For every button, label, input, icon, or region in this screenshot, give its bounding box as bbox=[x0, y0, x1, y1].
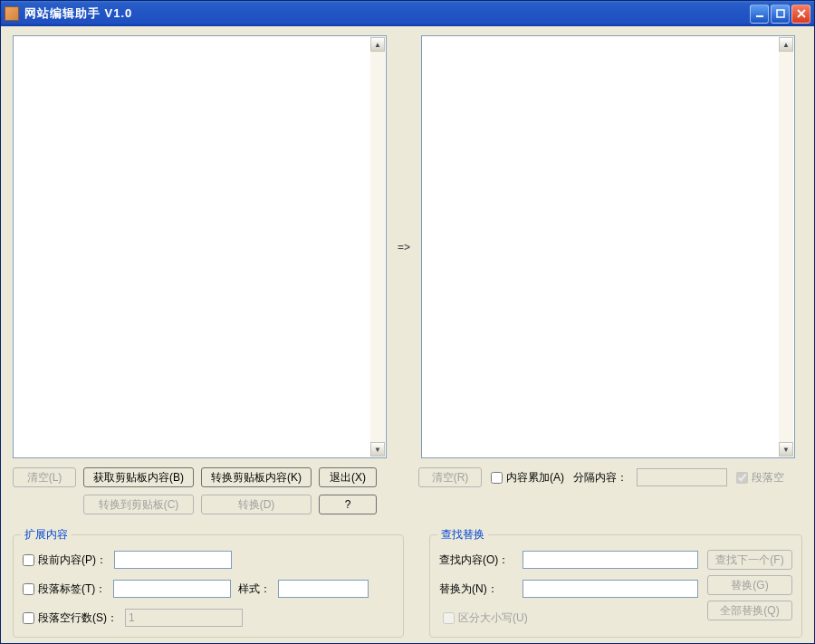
prefix-checkbox[interactable]: 段前内容(P)： bbox=[23, 553, 107, 568]
minimize-icon bbox=[755, 9, 764, 18]
maximize-icon bbox=[776, 9, 785, 18]
source-textarea[interactable]: ▲ ▼ bbox=[13, 35, 387, 458]
replace-button[interactable]: 替换(G) bbox=[707, 575, 792, 595]
separator-input[interactable] bbox=[637, 468, 727, 486]
result-scrollbar[interactable]: ▲ ▼ bbox=[779, 37, 793, 457]
app-icon bbox=[5, 6, 19, 21]
help-button[interactable]: ? bbox=[319, 495, 377, 514]
find-input[interactable] bbox=[523, 551, 698, 569]
style-label: 样式： bbox=[238, 582, 271, 597]
accumulate-checkbox[interactable]: 内容累加(A) bbox=[491, 470, 564, 485]
accumulate-label: 内容累加(A) bbox=[506, 470, 564, 485]
right-controls-row: 清空(R) 内容累加(A) 分隔内容： 段落空 bbox=[418, 467, 802, 487]
svg-rect-0 bbox=[756, 15, 763, 17]
style-input[interactable] bbox=[278, 580, 369, 598]
find-replace-group: 查找替换 查找内容(O)： 替换为(N)： bbox=[429, 534, 802, 638]
clear-right-button[interactable]: 清空(R) bbox=[418, 467, 482, 487]
convert-to-clipboard-button[interactable]: 转换到剪贴板(C) bbox=[83, 495, 194, 514]
scroll-track[interactable] bbox=[370, 52, 385, 442]
scroll-track[interactable] bbox=[779, 52, 793, 442]
tag-checkbox-input[interactable] bbox=[23, 583, 34, 595]
scroll-down-icon[interactable]: ▼ bbox=[370, 442, 385, 457]
convert-button[interactable]: 转换(D) bbox=[201, 495, 312, 514]
client-area: ▲ ▼ => ▲ ▼ 清空(L) 获取剪贴板内容(B) 转换 bbox=[4, 26, 811, 640]
scroll-up-icon[interactable]: ▲ bbox=[779, 37, 793, 52]
editor-panes: ▲ ▼ => ▲ ▼ bbox=[13, 35, 802, 458]
left-button-row-2: 转换到剪贴板(C) 转换(D) ? bbox=[13, 495, 393, 514]
extend-content-group: 扩展内容 段前内容(P)： 段落标签(T)： bbox=[13, 534, 404, 638]
case-sensitive-checkbox-input[interactable] bbox=[443, 612, 455, 624]
close-button[interactable] bbox=[791, 5, 810, 24]
accumulate-checkbox-input[interactable] bbox=[491, 472, 503, 484]
lower-groups: 扩展内容 段前内容(P)： 段落标签(T)： bbox=[13, 514, 802, 638]
blank-lines-label: 段落空行数(S)： bbox=[38, 610, 118, 626]
paragraph-blank-checkbox-input[interactable] bbox=[736, 472, 748, 484]
blank-lines-checkbox[interactable]: 段落空行数(S)： bbox=[23, 610, 118, 626]
maximize-button[interactable] bbox=[771, 5, 790, 24]
left-button-row-1: 清空(L) 获取剪贴板内容(B) 转换剪贴板内容(K) 退出(X) bbox=[13, 467, 393, 487]
replace-label: 替换为(N)： bbox=[439, 582, 515, 597]
window-title: 网站编辑助手 V1.0 bbox=[24, 5, 750, 22]
scroll-down-icon[interactable]: ▼ bbox=[779, 442, 793, 457]
source-scrollbar[interactable]: ▲ ▼ bbox=[370, 37, 385, 457]
replace-input[interactable] bbox=[523, 580, 698, 598]
clear-left-button[interactable]: 清空(L) bbox=[13, 467, 76, 487]
paragraph-blank-checkbox[interactable]: 段落空 bbox=[736, 470, 784, 485]
case-sensitive-label: 区分大小写(U) bbox=[458, 610, 528, 626]
tag-input[interactable] bbox=[113, 580, 231, 598]
prefix-checkbox-input[interactable] bbox=[23, 554, 34, 566]
close-icon bbox=[797, 9, 806, 18]
prefix-input[interactable] bbox=[114, 551, 232, 569]
prefix-label: 段前内容(P)： bbox=[38, 553, 107, 568]
replace-all-button[interactable]: 全部替换(Q) bbox=[707, 601, 792, 620]
blank-lines-input[interactable] bbox=[125, 609, 243, 627]
svg-rect-1 bbox=[777, 10, 784, 17]
minimize-button[interactable] bbox=[750, 5, 769, 24]
result-textarea[interactable]: ▲ ▼ bbox=[421, 35, 795, 458]
scroll-up-icon[interactable]: ▲ bbox=[370, 37, 385, 52]
get-clipboard-button[interactable]: 获取剪贴板内容(B) bbox=[83, 467, 194, 487]
exit-button[interactable]: 退出(X) bbox=[319, 467, 377, 487]
tag-label: 段落标签(T)： bbox=[38, 582, 106, 597]
paragraph-blank-label: 段落空 bbox=[752, 470, 784, 485]
convert-clipboard-content-button[interactable]: 转换剪贴板内容(K) bbox=[201, 467, 312, 487]
window-controls bbox=[750, 5, 810, 24]
extend-group-title: 扩展内容 bbox=[21, 527, 72, 543]
separator-label: 分隔内容： bbox=[573, 470, 628, 485]
find-group-title: 查找替换 bbox=[437, 527, 488, 543]
find-buttons-column: 查找下一个(F) 替换(G) 全部替换(Q) bbox=[707, 550, 792, 628]
find-label: 查找内容(O)： bbox=[439, 553, 515, 568]
case-sensitive-checkbox[interactable]: 区分大小写(U) bbox=[443, 610, 528, 626]
transfer-arrow-icon: => bbox=[394, 35, 414, 458]
blank-lines-checkbox-input[interactable] bbox=[23, 612, 34, 624]
find-next-button[interactable]: 查找下一个(F) bbox=[707, 550, 792, 570]
titlebar[interactable]: 网站编辑助手 V1.0 bbox=[1, 1, 814, 26]
app-window: 网站编辑助手 V1.0 ▲ ▼ => bbox=[0, 0, 815, 644]
tag-checkbox[interactable]: 段落标签(T)： bbox=[23, 582, 106, 597]
